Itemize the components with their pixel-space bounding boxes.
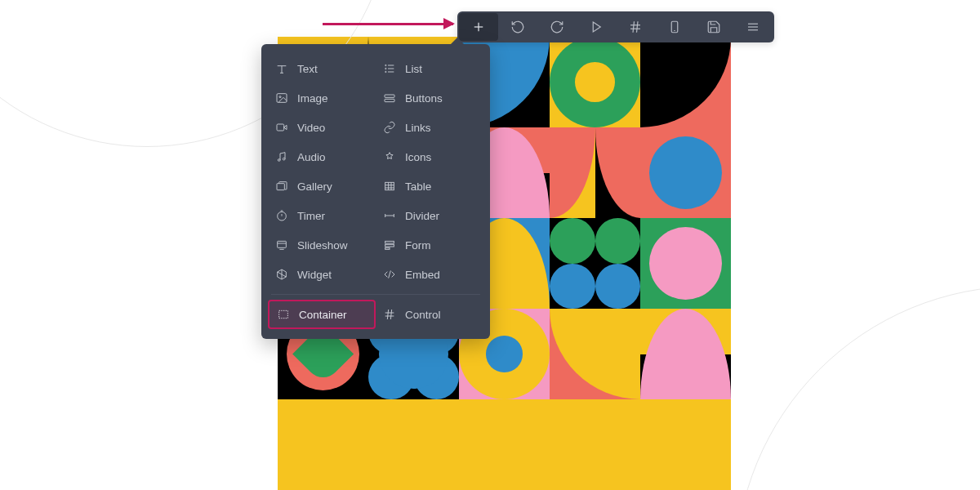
menu-item-label: Control: [405, 309, 441, 321]
video-icon: [274, 120, 289, 135]
menu-item-control[interactable]: Control: [376, 300, 483, 329]
menu-item-image[interactable]: Image: [268, 83, 376, 113]
svg-rect-33: [385, 95, 394, 97]
menu-item-label: Table: [405, 180, 431, 193]
svg-rect-16: [277, 124, 284, 131]
editor-toolbar: [457, 11, 774, 42]
menu-item-label: Widget: [297, 269, 332, 281]
menu-item-label: Buttons: [405, 92, 443, 105]
links-icon: [382, 120, 397, 135]
form-icon: [382, 238, 397, 252]
menu-item-label: Gallery: [297, 180, 332, 193]
menu-item-label: Divider: [405, 210, 439, 222]
image-icon: [274, 91, 289, 105]
svg-rect-34: [385, 99, 394, 101]
svg-rect-24: [278, 241, 287, 247]
menu-item-video[interactable]: Video: [268, 113, 376, 142]
menu-item-label: Embed: [405, 269, 440, 281]
menu-item-label: Audio: [297, 151, 326, 163]
menu-item-text[interactable]: Text: [268, 54, 376, 83]
preview-button[interactable]: [577, 13, 616, 41]
save-button[interactable]: [694, 13, 733, 41]
redo-button[interactable]: [537, 13, 577, 41]
svg-marker-2: [593, 22, 600, 32]
menu-item-form[interactable]: Form: [376, 230, 483, 260]
svg-rect-20: [277, 184, 284, 190]
svg-rect-35: [385, 182, 394, 189]
add-button[interactable]: [459, 13, 498, 41]
icons-icon: [382, 149, 397, 164]
menu-item-container[interactable]: Container: [268, 300, 376, 329]
menu-item-label: Text: [297, 63, 318, 75]
menu-item-label: Form: [405, 239, 431, 252]
list-icon: [382, 61, 397, 76]
svg-line-5: [633, 21, 635, 33]
menu-item-buttons[interactable]: Buttons: [376, 83, 483, 113]
mobile-icon: [667, 20, 682, 34]
text-icon: [274, 61, 289, 76]
svg-rect-14: [277, 94, 287, 103]
redo-icon: [550, 20, 564, 34]
device-button[interactable]: [655, 13, 694, 41]
svg-line-6: [637, 21, 639, 33]
widget-icon: [274, 267, 289, 282]
menu-button[interactable]: [733, 13, 773, 41]
control-icon: [382, 307, 397, 322]
play-icon: [589, 20, 604, 34]
svg-point-19: [283, 158, 285, 160]
menu-item-widget[interactable]: Widget: [268, 260, 376, 289]
menu-item-gallery[interactable]: Gallery: [268, 172, 376, 201]
menu-item-label: Container: [299, 309, 347, 321]
menu-item-label: Slideshow: [297, 239, 348, 252]
undo-button[interactable]: [498, 13, 537, 41]
svg-point-30: [385, 65, 386, 65]
svg-line-51: [390, 310, 391, 319]
menu-separator: [271, 294, 480, 295]
svg-point-31: [385, 68, 386, 69]
save-icon: [706, 20, 721, 34]
add-menu-right-column: List Buttons Links Icons Table Divider: [376, 54, 483, 289]
svg-line-50: [387, 310, 388, 319]
menu-item-timer[interactable]: Timer: [268, 201, 376, 230]
divider-icon: [382, 208, 397, 223]
menu-item-label: Timer: [297, 210, 325, 222]
menu-item-table[interactable]: Table: [376, 172, 483, 201]
svg-point-15: [279, 96, 281, 98]
timer-icon: [274, 208, 289, 223]
menu-item-embed[interactable]: Embed: [376, 260, 483, 289]
menu-icon: [746, 20, 760, 34]
grid-button[interactable]: [616, 13, 655, 41]
svg-rect-47: [279, 310, 288, 318]
annotation-arrow: [323, 23, 453, 25]
svg-marker-17: [284, 125, 287, 129]
menu-item-label: Icons: [405, 151, 431, 163]
menu-item-slideshow[interactable]: Slideshow: [268, 230, 376, 260]
hash-icon: [628, 20, 643, 34]
svg-rect-43: [385, 241, 394, 243]
menu-item-label: Links: [405, 122, 431, 134]
menu-item-icons[interactable]: Icons: [376, 142, 483, 172]
add-menu-left-column: Text Image Video Audio Gallery Timer: [268, 54, 376, 289]
audio-icon: [274, 149, 289, 164]
gallery-icon: [274, 179, 289, 194]
table-icon: [382, 179, 397, 194]
undo-icon: [510, 20, 525, 34]
svg-point-18: [278, 159, 280, 162]
menu-item-links[interactable]: Links: [376, 113, 483, 142]
menu-item-list[interactable]: List: [376, 54, 483, 83]
menu-item-divider[interactable]: Divider: [376, 201, 483, 230]
svg-point-21: [278, 212, 287, 220]
svg-point-32: [385, 71, 386, 72]
svg-rect-45: [385, 247, 390, 249]
menu-item-label: List: [405, 63, 422, 75]
svg-rect-44: [385, 244, 394, 247]
container-icon: [276, 307, 291, 322]
decorative-curve: [735, 286, 980, 490]
menu-item-label: Video: [297, 122, 325, 134]
embed-icon: [382, 267, 397, 282]
svg-line-46: [389, 270, 391, 278]
plus-icon: [471, 20, 486, 34]
menu-item-audio[interactable]: Audio: [268, 142, 376, 172]
menu-item-label: Image: [297, 92, 328, 105]
add-element-menu: Text Image Video Audio Gallery Timer: [261, 44, 490, 339]
